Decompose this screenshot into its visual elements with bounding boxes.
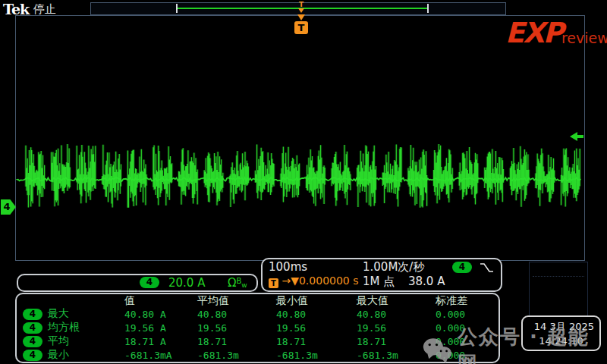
trigger-position-badge[interactable]: T [294,21,308,34]
time-label: 14:24:10 [523,335,599,347]
measurement-row[interactable]: 4均方根19.56 A19.5619.5619.560.000 [17,321,498,334]
tek-logo: Tek [3,1,29,17]
channel4-reference-marker[interactable]: 4 [1,199,16,215]
measurement-value: -681.3m [197,350,276,361]
measurement-value: 40.80 [197,309,276,320]
down-arrow-icon [298,8,304,13]
measurement-value: 19.56 [197,322,276,334]
measurement-value: 40.80 A [124,309,197,320]
overlay-box-remnant [529,262,588,316]
measurement-panel[interactable]: 值 平均值 最小值 最大值 标准差 4最大40.80 A40.8040.8040… [15,293,500,363]
measurement-value: 0.000 [436,350,498,361]
channel-badge: 4 [23,322,42,334]
measurement-value: 18.71 [357,336,436,347]
col-header-max: 最大值 [357,294,436,308]
trigger-T-icon: T [269,278,278,288]
measurement-value: 0.000 [436,336,498,347]
sample-rate: 1.00M次/秒 [363,260,424,275]
measurement-value: 40.80 [276,309,357,320]
zoom-bracket-left[interactable] [176,4,178,13]
col-header-min: 最小值 [276,294,357,308]
expreview-logo-main: EXP [505,20,562,46]
measurement-row[interactable]: 4平均18.71 A18.7118.7118.710.000 [17,334,498,348]
record-length: 1M 点 [363,275,395,289]
expreview-logo: EXP review [505,20,607,46]
measurement-value: 40.80 [357,309,436,320]
channel-badge: 4 [23,336,42,347]
record-overview-bar[interactable]: T [90,2,506,15]
measurement-value: -681.3m [357,350,436,361]
measurement-row[interactable]: 4最小-681.3mA-681.3m-681.3m-681.3m0.000 [17,348,498,362]
vertical-scale: 20.0 A [168,276,205,290]
measurement-label: 最小 [48,348,69,362]
horizontal-trigger-readout[interactable]: 100ms 1.00M次/秒 4 T →▼0.000000 s 1M 点 38.… [261,258,502,292]
measurement-label: 最大 [48,307,69,321]
measurement-header-row: 值 平均值 最小值 最大值 标准差 [17,295,498,307]
trigger-position-marker-small[interactable]: T [296,2,307,13]
datetime-box: 14 3月 2025 14:24:10 [521,315,601,351]
expreview-logo-sub: review [561,30,607,46]
channel-badge: 4 [23,350,42,361]
oscilloscope-screen: Tek 停止 T T EXP review 4 4 20.0 A ΩBw 100… [0,0,607,364]
col-header-mean: 平均值 [197,294,276,308]
measurement-label: 均方根 [48,321,80,334]
coupling-bandwidth: ΩBw [228,276,247,290]
trigger-slope-falling-icon [480,262,495,274]
trigger-source-badge: 4 [452,262,472,273]
measurement-value: 19.56 A [124,322,197,334]
measurement-label: 平均 [48,334,69,348]
trigger-down-arrow-icon [297,14,305,20]
trigger-delay: T →▼0.000000 s [269,275,359,288]
measurement-value: 18.71 A [124,336,197,347]
measurement-value: -681.3mA [124,350,197,361]
measurement-value: 0.000 [436,322,498,334]
measurement-value: 19.56 [357,322,436,334]
measurement-value: 0.000 [436,309,498,320]
measurement-value: 18.71 [197,336,276,347]
channel-badge: 4 [140,277,159,288]
acquisition-status: 停止 [33,2,56,17]
measurement-rows: 4最大40.80 A40.8040.8040.800.0004均方根19.56 … [17,307,498,362]
trigger-level-arrow-icon[interactable] [569,130,584,143]
graticule-frame [15,15,585,261]
channel4-readout[interactable]: 4 20.0 A ΩBw [17,274,258,292]
delay-arrows-icon: →▼ [281,275,299,287]
col-header-value: 值 [124,294,197,308]
measurement-value: 18.71 [276,336,357,347]
measurement-value: 19.56 [276,322,357,334]
impedance-icon: Ω [228,276,236,290]
measurement-value: -681.3m [276,350,357,361]
channel-badge: 4 [23,309,42,320]
trigger-level-value: 38.0 A [408,275,445,288]
zoom-bracket-right[interactable] [427,4,429,13]
col-header-stddev: 标准差 [436,294,498,308]
measurement-row[interactable]: 4最大40.80 A40.8040.8040.800.000 [17,307,498,321]
timebase: 100ms [269,260,307,274]
date-label: 14 3月 2025 [523,317,599,334]
